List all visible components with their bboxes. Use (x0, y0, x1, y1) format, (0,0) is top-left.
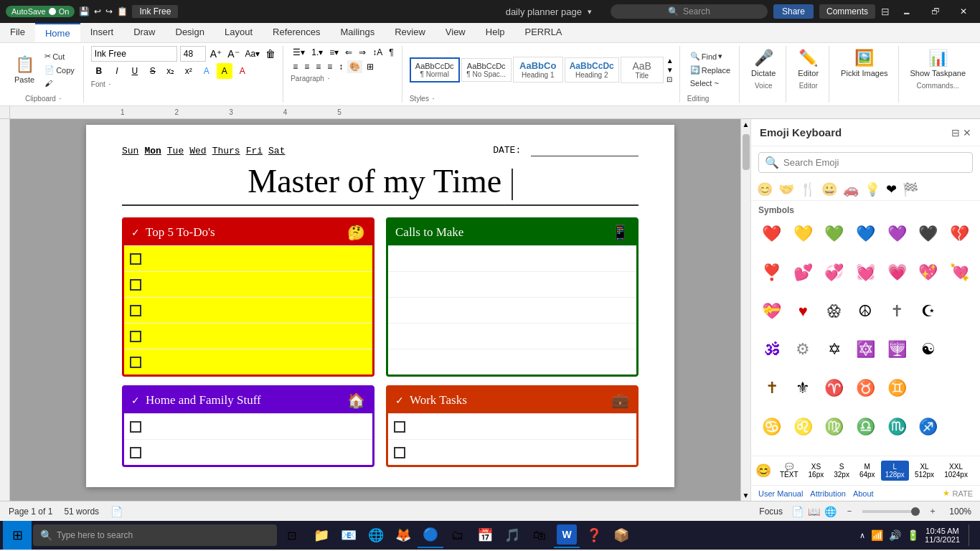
taskbar-app-chrome[interactable]: 🔵 (418, 522, 443, 548)
line-spacing-button[interactable]: ↕ (336, 60, 345, 73)
dictate-button[interactable]: 🎤 Dictate (747, 46, 780, 80)
home-row-1[interactable] (124, 413, 372, 439)
todo-row-4[interactable] (124, 323, 372, 349)
calls-row-3[interactable] (388, 297, 636, 323)
subscript-button[interactable]: x₂ (163, 63, 179, 79)
emoji-peace[interactable]: ☮ (851, 300, 881, 337)
align-center-button[interactable]: ≡ (302, 60, 311, 73)
emoji-virgo[interactable]: ♍ (819, 415, 849, 453)
emoji-sagittarius[interactable]: ♐ (913, 415, 943, 453)
decrease-indent-button[interactable]: ⇐ (343, 46, 354, 59)
emoji-search-bar[interactable]: 🔍 (758, 152, 973, 173)
tab-review[interactable]: Review (385, 23, 435, 42)
track-icon[interactable]: 📋 (117, 6, 128, 17)
shading-button[interactable]: 🎨 (347, 60, 362, 73)
tab-home[interactable]: Home (35, 23, 80, 42)
emoji-cat-objects[interactable]: 💡 (864, 182, 880, 197)
underline-button[interactable]: U (127, 63, 143, 79)
align-right-button[interactable]: ≡ (314, 60, 323, 73)
pickit-button[interactable]: 🖼️ Pickit Images (837, 46, 892, 80)
emoji-growing-heart[interactable]: 💗 (882, 261, 912, 298)
emoji-broken-heart[interactable]: 💔 (944, 222, 974, 260)
day-wed[interactable]: Wed (189, 146, 206, 156)
emoji-green-heart[interactable]: 💚 (819, 222, 849, 260)
taskbar-app-dropbox[interactable]: 📦 (608, 522, 634, 548)
style-normal[interactable]: AaBbCcDc ¶ Normal (410, 57, 460, 83)
emoji-heart-suit[interactable]: ♥ (788, 300, 819, 337)
taskbar-app-help[interactable]: ❓ (581, 522, 607, 548)
clock[interactable]: 10:45 AM 11/3/2021 (925, 527, 960, 544)
emoji-gemini[interactable]: ♊ (882, 377, 912, 414)
emoji-om[interactable]: 🕉 (757, 338, 787, 375)
sort-button[interactable]: ↕A (370, 46, 385, 59)
save-icon[interactable]: 💾 (79, 6, 90, 17)
todo-checkbox-3[interactable] (130, 305, 141, 316)
tab-references[interactable]: References (263, 23, 330, 42)
read-mode-icon[interactable]: 📖 (808, 506, 820, 517)
emoji-menorah[interactable]: 🕎 (882, 338, 912, 375)
superscript-button[interactable]: x² (181, 63, 197, 79)
font-color2-button[interactable]: A (235, 63, 250, 79)
emoji-wheel[interactable]: ⚙ (788, 338, 819, 375)
borders-button[interactable]: ⊞ (364, 60, 376, 73)
search-bar[interactable]: 🔍 Search (611, 4, 768, 19)
about-link[interactable]: About (853, 489, 874, 498)
size-s[interactable]: S 32px (829, 461, 854, 481)
paste-button[interactable]: 📋 Paste (10, 52, 39, 87)
calls-row-1[interactable] (388, 245, 636, 271)
justify-button[interactable]: ≡ (325, 60, 334, 73)
show-para-button[interactable]: ¶ (387, 46, 395, 59)
work-checkbox-2[interactable] (394, 447, 405, 458)
calls-row-5[interactable] (388, 349, 636, 375)
taskbar-app-mail[interactable]: 📧 (336, 522, 362, 548)
tab-design[interactable]: Design (166, 23, 215, 42)
work-checkbox-1[interactable] (394, 421, 405, 433)
emoji-red-heart[interactable]: ❤️ (757, 222, 787, 260)
emoji-two-hearts[interactable]: 💕 (788, 261, 819, 298)
panel-close-button[interactable]: ✕ (963, 127, 971, 138)
size-l[interactable]: L 128px (881, 461, 909, 481)
emoji-aries[interactable]: ♈ (819, 377, 849, 414)
emoji-cancer[interactable]: ♋ (757, 415, 787, 453)
emoji-rosette[interactable]: 🏵 (819, 300, 849, 337)
highlight-button[interactable]: A (217, 63, 232, 79)
replace-button[interactable]: 🔄 Replace (687, 64, 733, 76)
taskbar-app-calendar[interactable]: 📅 (472, 522, 498, 548)
tab-mailings[interactable]: Mailings (331, 23, 385, 42)
emoji-blue-heart[interactable]: 💙 (851, 222, 881, 260)
home-checkbox-1[interactable] (130, 421, 141, 433)
emoji-cat-food[interactable]: 🍴 (800, 182, 816, 197)
emoji-sparkling-heart[interactable]: 💖 (913, 261, 943, 298)
emoji-yellow-heart[interactable]: 💛 (788, 222, 819, 260)
ribbon-display-icon[interactable]: ⊟ (881, 6, 890, 17)
emoji-six-pointed[interactable]: 🔯 (851, 338, 881, 375)
styles-up-button[interactable]: ▲ (666, 57, 674, 65)
volume-icon[interactable]: 🔊 (889, 529, 901, 541)
style-no-spacing[interactable]: AaBbCcDc ¶ No Spac... (461, 58, 512, 82)
doc-stats-icon[interactable]: 📄 (110, 506, 123, 517)
emoji-search-input[interactable] (783, 157, 966, 168)
scroll-up-button[interactable]: ▲ (743, 121, 750, 128)
emoji-libra[interactable]: ♎ (851, 415, 881, 453)
zoom-in-button[interactable]: ＋ (928, 505, 937, 517)
todo-checkbox-4[interactable] (130, 331, 141, 342)
focus-button[interactable]: Focus (759, 507, 783, 517)
tab-help[interactable]: Help (476, 23, 515, 42)
share-button[interactable]: Share (773, 4, 814, 19)
undo-icon[interactable]: ↩ (94, 6, 101, 17)
size-text[interactable]: 💬 TEXT (776, 461, 803, 481)
clear-format-button[interactable]: 🗑 (264, 47, 277, 61)
emoji-cat-travel[interactable]: 🚗 (843, 182, 859, 197)
zoom-level[interactable]: 100% (946, 507, 971, 517)
todo-row-5[interactable] (124, 349, 372, 375)
task-view-button[interactable]: ⊡ (278, 522, 304, 548)
tray-up-arrow[interactable]: ∧ (859, 531, 865, 540)
multilevel-list-button[interactable]: ≡▾ (327, 46, 341, 59)
emoji-cat-smileys[interactable]: 😊 (757, 182, 773, 197)
show-taskpane-button[interactable]: 📊 Show Taskpane (906, 46, 970, 80)
emoji-gift-heart[interactable]: 💝 (757, 300, 787, 337)
emoji-cupid-heart[interactable]: 💘 (944, 261, 974, 298)
day-fri[interactable]: Fri (246, 146, 263, 156)
editor-button[interactable]: ✏️ Editor (793, 46, 823, 80)
todo-checkbox-2[interactable] (130, 279, 141, 291)
